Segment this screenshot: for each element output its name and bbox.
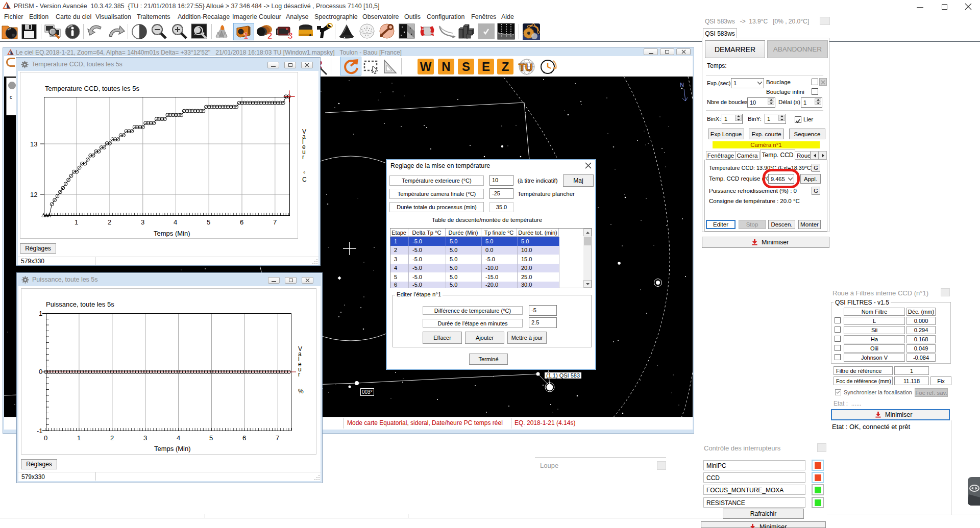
svg-text:N: N [680, 82, 684, 88]
svg-text:TU: TU [519, 61, 533, 73]
svg-text:1: 1 [243, 31, 248, 40]
svg-text:2: 2 [267, 31, 272, 40]
svg-text:3: 3 [288, 31, 292, 40]
